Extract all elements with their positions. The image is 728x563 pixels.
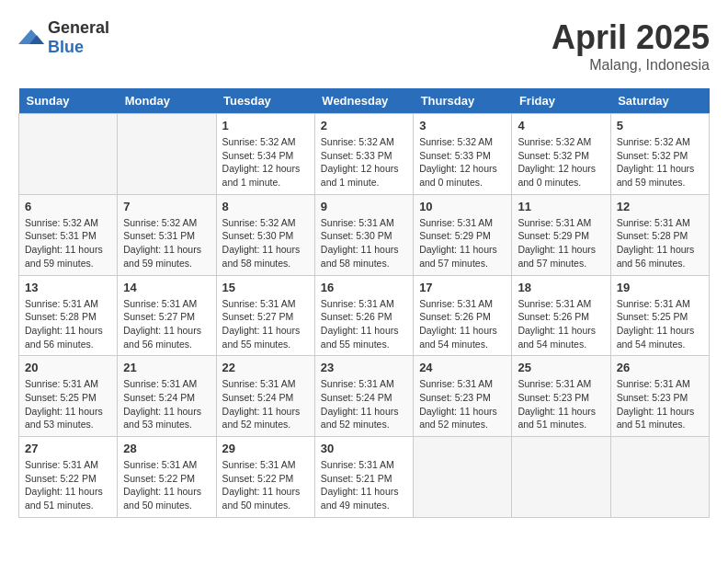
calendar-cell: 24Sunrise: 5:31 AMSunset: 5:23 PMDayligh… <box>414 356 512 437</box>
calendar-cell: 16Sunrise: 5:31 AMSunset: 5:26 PMDayligh… <box>314 275 413 356</box>
day-number: 14 <box>123 281 210 294</box>
day-number: 16 <box>321 281 407 294</box>
cell-info: Sunrise: 5:32 AMSunset: 5:31 PMDaylight:… <box>123 216 210 270</box>
cell-info: Sunrise: 5:31 AMSunset: 5:27 PMDaylight:… <box>222 297 309 351</box>
calendar-cell: 19Sunrise: 5:31 AMSunset: 5:25 PMDayligh… <box>610 275 709 356</box>
weekday-header-friday: Friday <box>512 88 610 114</box>
calendar-cell <box>610 437 709 518</box>
day-number: 29 <box>222 442 309 455</box>
calendar-cell: 5Sunrise: 5:32 AMSunset: 5:32 PMDaylight… <box>610 114 709 195</box>
calendar-cell: 10Sunrise: 5:31 AMSunset: 5:29 PMDayligh… <box>414 194 512 275</box>
day-number: 28 <box>123 442 210 455</box>
logo-blue: Blue <box>48 38 84 56</box>
calendar-cell: 22Sunrise: 5:31 AMSunset: 5:24 PMDayligh… <box>216 356 314 437</box>
calendar-cell: 29Sunrise: 5:31 AMSunset: 5:22 PMDayligh… <box>216 437 314 518</box>
cell-info: Sunrise: 5:32 AMSunset: 5:34 PMDaylight:… <box>222 135 309 190</box>
month-title: April 2025 <box>552 18 710 57</box>
cell-info: Sunrise: 5:31 AMSunset: 5:22 PMDaylight:… <box>25 458 111 512</box>
calendar-cell: 18Sunrise: 5:31 AMSunset: 5:26 PMDayligh… <box>512 275 610 356</box>
day-number: 18 <box>518 281 604 294</box>
cell-info: Sunrise: 5:31 AMSunset: 5:24 PMDaylight:… <box>123 377 210 431</box>
calendar-week-row: 27Sunrise: 5:31 AMSunset: 5:22 PMDayligh… <box>19 437 710 518</box>
calendar-cell: 25Sunrise: 5:31 AMSunset: 5:23 PMDayligh… <box>512 356 610 437</box>
weekday-header-monday: Monday <box>118 88 216 114</box>
calendar-cell: 7Sunrise: 5:32 AMSunset: 5:31 PMDaylight… <box>118 194 216 275</box>
weekday-header-thursday: Thursday <box>414 88 512 114</box>
weekday-header-tuesday: Tuesday <box>216 88 314 114</box>
calendar-table: SundayMondayTuesdayWednesdayThursdayFrid… <box>18 88 710 518</box>
calendar-cell: 1Sunrise: 5:32 AMSunset: 5:34 PMDaylight… <box>216 114 314 195</box>
calendar-cell: 26Sunrise: 5:31 AMSunset: 5:23 PMDayligh… <box>610 356 709 437</box>
weekday-header-sunday: Sunday <box>19 88 118 114</box>
day-number: 21 <box>123 361 210 374</box>
header: General Blue April 2025 Malang, Indonesi… <box>18 18 710 74</box>
day-number: 25 <box>518 361 604 374</box>
location-title: Malang, Indonesia <box>552 57 710 74</box>
cell-info: Sunrise: 5:31 AMSunset: 5:30 PMDaylight:… <box>321 216 407 270</box>
weekday-header-saturday: Saturday <box>610 88 709 114</box>
weekday-header-row: SundayMondayTuesdayWednesdayThursdayFrid… <box>19 88 710 114</box>
calendar-cell <box>414 437 512 518</box>
calendar-cell: 12Sunrise: 5:31 AMSunset: 5:28 PMDayligh… <box>610 194 709 275</box>
day-number: 26 <box>617 361 703 374</box>
cell-info: Sunrise: 5:31 AMSunset: 5:29 PMDaylight:… <box>518 216 604 270</box>
day-number: 5 <box>617 119 703 132</box>
cell-info: Sunrise: 5:31 AMSunset: 5:26 PMDaylight:… <box>518 297 604 351</box>
cell-info: Sunrise: 5:31 AMSunset: 5:29 PMDaylight:… <box>419 216 506 270</box>
day-number: 10 <box>419 200 506 213</box>
day-number: 20 <box>25 361 111 374</box>
calendar-cell: 8Sunrise: 5:32 AMSunset: 5:30 PMDaylight… <box>216 194 314 275</box>
cell-info: Sunrise: 5:31 AMSunset: 5:25 PMDaylight:… <box>617 297 703 351</box>
cell-info: Sunrise: 5:31 AMSunset: 5:27 PMDaylight:… <box>123 297 210 351</box>
day-number: 3 <box>419 119 506 132</box>
calendar-cell: 6Sunrise: 5:32 AMSunset: 5:31 PMDaylight… <box>19 194 118 275</box>
weekday-header-wednesday: Wednesday <box>314 88 413 114</box>
cell-info: Sunrise: 5:32 AMSunset: 5:33 PMDaylight:… <box>419 135 506 190</box>
cell-info: Sunrise: 5:31 AMSunset: 5:26 PMDaylight:… <box>321 297 407 351</box>
cell-info: Sunrise: 5:32 AMSunset: 5:33 PMDaylight:… <box>321 135 407 190</box>
cell-info: Sunrise: 5:31 AMSunset: 5:28 PMDaylight:… <box>25 297 111 351</box>
cell-info: Sunrise: 5:31 AMSunset: 5:21 PMDaylight:… <box>321 458 407 512</box>
title-area: April 2025 Malang, Indonesia <box>552 18 710 74</box>
calendar-cell: 20Sunrise: 5:31 AMSunset: 5:25 PMDayligh… <box>19 356 118 437</box>
day-number: 13 <box>25 281 111 294</box>
logo-text: General Blue <box>48 18 109 57</box>
day-number: 11 <box>518 200 604 213</box>
day-number: 4 <box>518 119 604 132</box>
calendar-cell: 14Sunrise: 5:31 AMSunset: 5:27 PMDayligh… <box>118 275 216 356</box>
day-number: 12 <box>617 200 703 213</box>
day-number: 7 <box>123 200 210 213</box>
calendar-cell: 3Sunrise: 5:32 AMSunset: 5:33 PMDaylight… <box>414 114 512 195</box>
day-number: 6 <box>25 200 111 213</box>
day-number: 1 <box>222 119 309 132</box>
cell-info: Sunrise: 5:32 AMSunset: 5:31 PMDaylight:… <box>25 216 111 270</box>
calendar-cell: 11Sunrise: 5:31 AMSunset: 5:29 PMDayligh… <box>512 194 610 275</box>
cell-info: Sunrise: 5:31 AMSunset: 5:25 PMDaylight:… <box>25 377 111 431</box>
cell-info: Sunrise: 5:32 AMSunset: 5:32 PMDaylight:… <box>518 135 604 190</box>
cell-info: Sunrise: 5:31 AMSunset: 5:22 PMDaylight:… <box>222 458 309 512</box>
cell-info: Sunrise: 5:31 AMSunset: 5:24 PMDaylight:… <box>222 377 309 431</box>
calendar-cell: 4Sunrise: 5:32 AMSunset: 5:32 PMDaylight… <box>512 114 610 195</box>
calendar-cell: 2Sunrise: 5:32 AMSunset: 5:33 PMDaylight… <box>314 114 413 195</box>
day-number: 23 <box>321 361 407 374</box>
cell-info: Sunrise: 5:32 AMSunset: 5:30 PMDaylight:… <box>222 216 309 270</box>
cell-info: Sunrise: 5:31 AMSunset: 5:28 PMDaylight:… <box>617 216 703 270</box>
cell-info: Sunrise: 5:31 AMSunset: 5:24 PMDaylight:… <box>321 377 407 431</box>
calendar-cell: 23Sunrise: 5:31 AMSunset: 5:24 PMDayligh… <box>314 356 413 437</box>
day-number: 2 <box>321 119 407 132</box>
calendar-cell <box>19 114 118 195</box>
cell-info: Sunrise: 5:32 AMSunset: 5:32 PMDaylight:… <box>617 135 703 190</box>
logo-general: General <box>48 18 109 37</box>
cell-info: Sunrise: 5:31 AMSunset: 5:22 PMDaylight:… <box>123 458 210 512</box>
calendar-week-row: 13Sunrise: 5:31 AMSunset: 5:28 PMDayligh… <box>19 275 710 356</box>
calendar-week-row: 6Sunrise: 5:32 AMSunset: 5:31 PMDaylight… <box>19 194 710 275</box>
logo-icon <box>18 28 44 48</box>
cell-info: Sunrise: 5:31 AMSunset: 5:23 PMDaylight:… <box>518 377 604 431</box>
day-number: 24 <box>419 361 506 374</box>
calendar-cell: 30Sunrise: 5:31 AMSunset: 5:21 PMDayligh… <box>314 437 413 518</box>
calendar-cell: 13Sunrise: 5:31 AMSunset: 5:28 PMDayligh… <box>19 275 118 356</box>
calendar-cell: 9Sunrise: 5:31 AMSunset: 5:30 PMDaylight… <box>314 194 413 275</box>
cell-info: Sunrise: 5:31 AMSunset: 5:23 PMDaylight:… <box>617 377 703 431</box>
cell-info: Sunrise: 5:31 AMSunset: 5:23 PMDaylight:… <box>419 377 506 431</box>
calendar-cell <box>512 437 610 518</box>
